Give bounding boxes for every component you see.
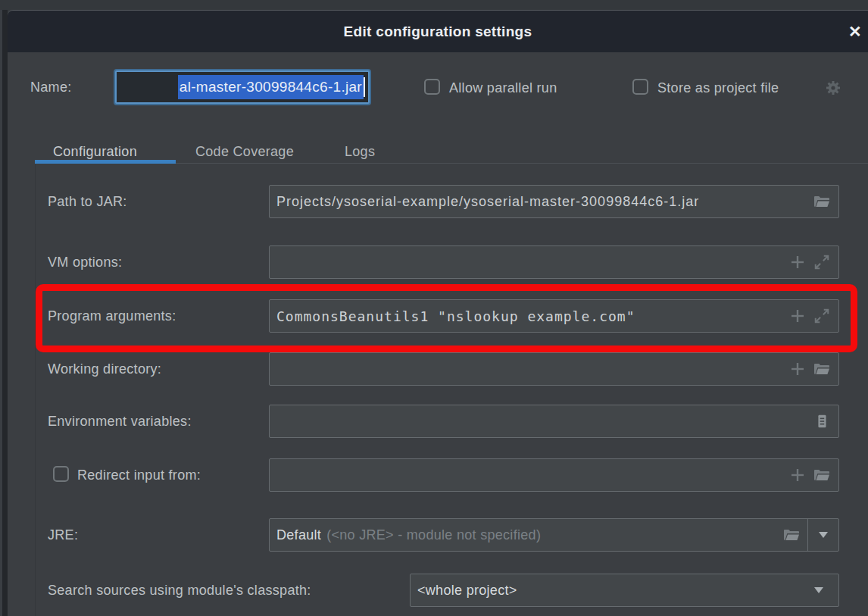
working-directory-input[interactable]	[269, 352, 839, 386]
store-as-project-file-checkbox[interactable]	[632, 79, 648, 95]
tab-configuration[interactable]: Configuration	[53, 144, 137, 160]
panel-border-top	[176, 163, 868, 164]
insert-macro-plus-icon[interactable]	[788, 306, 807, 326]
name-input-selected-text: al-master-30099844c6-1.jar	[178, 75, 364, 99]
background-strip	[0, 10, 8, 616]
jre-label: JRE:	[48, 527, 78, 543]
vm-options-label: VM options:	[48, 255, 122, 270]
search-sources-label: Search sources using module's classpath:	[48, 583, 311, 599]
search-sources-value: <whole project>	[417, 583, 806, 599]
jre-value-hint: (<no JRE> - module not specified)	[326, 527, 782, 543]
chevron-down-icon	[817, 530, 829, 540]
tab-code-coverage[interactable]: Code Coverage	[195, 144, 294, 160]
selected-tab-underline	[35, 160, 176, 164]
edit-variables-list-icon[interactable]	[812, 411, 832, 431]
tab-logs[interactable]: Logs	[345, 144, 375, 160]
insert-macro-plus-icon[interactable]	[788, 252, 807, 272]
name-input[interactable]: al-master-30099844c6-1.jar	[115, 70, 370, 104]
jre-dropdown-button[interactable]	[808, 519, 838, 551]
path-to-jar-input[interactable]: Projects/ysoserial-example/ysoserial-mas…	[269, 185, 839, 218]
edit-configuration-dialog: Edit configuration settings ✕ Name: al-m…	[8, 10, 868, 616]
jre-combobox[interactable]: Default (<no JRE> - module not specified…	[269, 518, 839, 552]
insert-macro-plus-icon[interactable]	[788, 359, 807, 379]
search-sources-dropdown[interactable]: <whole project>	[410, 574, 839, 607]
browse-folder-icon[interactable]	[812, 465, 832, 485]
search-sources-dropdown-button[interactable]	[806, 574, 832, 606]
redirect-input-label: Redirect input from:	[77, 467, 201, 483]
expand-field-icon[interactable]	[812, 252, 832, 272]
dialog-titlebar[interactable]: Edit configuration settings ✕	[8, 11, 868, 52]
close-icon[interactable]: ✕	[844, 21, 866, 42]
gear-icon[interactable]	[823, 78, 843, 98]
path-to-jar-label: Path to JAR:	[48, 194, 127, 210]
allow-parallel-run-checkbox[interactable]	[424, 79, 440, 95]
text-caret	[364, 77, 365, 97]
vm-options-input[interactable]	[269, 245, 839, 279]
screen: Edit configuration settings ✕ Name: al-m…	[0, 0, 868, 616]
dialog-title: Edit configuration settings	[344, 23, 532, 40]
jre-value: Default	[276, 527, 321, 543]
program-arguments-input[interactable]: CommonsBeanutils1 "nslookup example.com"	[269, 299, 839, 333]
expand-field-icon[interactable]	[812, 306, 832, 326]
store-as-project-file-label: Store as project file	[657, 80, 779, 96]
redirect-input-checkbox[interactable]	[53, 466, 69, 482]
environment-variables-input[interactable]	[269, 405, 839, 438]
program-arguments-value: CommonsBeanutils1 "nslookup example.com"	[276, 308, 788, 324]
browse-folder-icon[interactable]	[812, 192, 832, 211]
insert-macro-plus-icon[interactable]	[788, 465, 807, 485]
redirect-input-input[interactable]	[269, 458, 839, 492]
browse-folder-icon[interactable]	[782, 525, 801, 545]
path-to-jar-value: Projects/ysoserial-example/ysoserial-mas…	[276, 194, 812, 210]
chevron-down-icon	[813, 585, 825, 596]
working-directory-label: Working directory:	[48, 361, 161, 377]
panel-border-left	[35, 164, 36, 616]
environment-variables-label: Environment variables:	[48, 414, 192, 430]
name-label: Name:	[30, 80, 72, 95]
browse-folder-icon[interactable]	[812, 359, 832, 379]
allow-parallel-run-label: Allow parallel run	[449, 80, 557, 96]
program-arguments-label: Program arguments:	[48, 308, 176, 324]
